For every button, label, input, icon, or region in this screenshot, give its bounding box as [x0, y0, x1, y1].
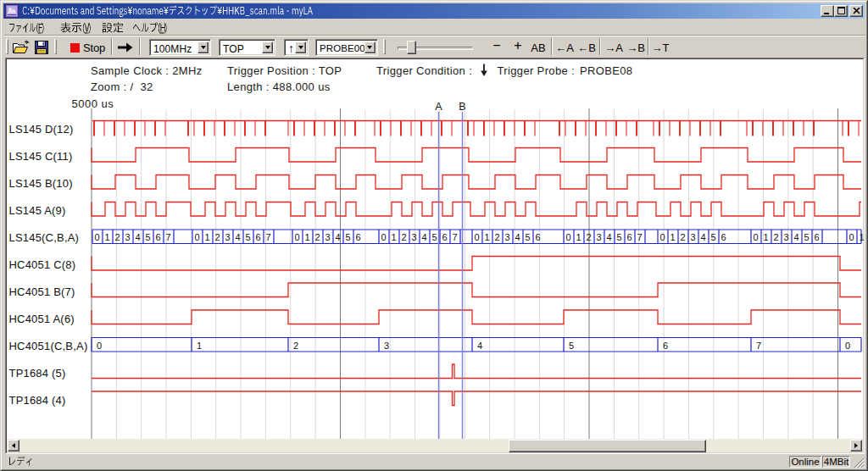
bus-value: 3: [597, 232, 602, 242]
bus-value: 7: [637, 232, 643, 242]
chevron-down-icon: [298, 46, 303, 49]
bus-value: 4: [136, 232, 141, 242]
menu-item-help[interactable]: [132, 23, 167, 35]
toolbar-separator: [139, 38, 141, 55]
status-ready-label: [8, 457, 33, 468]
resize-grip[interactable]: [854, 457, 865, 468]
bus-value: 2: [402, 232, 407, 242]
toolbar-separator: [599, 38, 601, 55]
menu-item-view[interactable]: [60, 23, 91, 35]
bus-value: 0: [97, 341, 102, 351]
bus-value: 4: [336, 232, 341, 242]
bus-value: 4: [422, 232, 427, 242]
bus-value: 0: [475, 232, 480, 242]
bus-value: 0: [754, 232, 759, 242]
goto-a-right-button[interactable]: →A: [604, 41, 624, 54]
waveform-client-area: Sample Clock : 2MHz Zoom : / 32 Trigger …: [5, 58, 865, 454]
bus-value: 6: [536, 232, 541, 242]
menu-item-file[interactable]: [8, 23, 44, 35]
status-bar: Online 4MBit: [4, 455, 865, 469]
window-title: [22, 6, 313, 18]
chevron-down-icon: [265, 46, 270, 49]
probe-combo[interactable]: PROBE00: [315, 39, 378, 56]
bus-value: 7: [453, 232, 458, 242]
bus-value: 2: [315, 232, 320, 242]
bus-value: 5: [526, 232, 531, 242]
bus-value: 6: [156, 232, 161, 242]
bus-value: 7: [756, 341, 761, 351]
scroll-right-button[interactable]: [850, 440, 862, 452]
trigger-edge-combo-dropdown-button[interactable]: [295, 42, 306, 53]
bus-value: 3: [505, 232, 510, 242]
bus-value: 5: [346, 232, 351, 242]
bus-value: 2: [681, 232, 686, 242]
bus-value: 6: [442, 232, 448, 242]
goto-b-left-button[interactable]: ←B: [576, 41, 597, 54]
zoom-slider-thumb[interactable]: [407, 41, 416, 54]
bus-value: 4: [477, 341, 482, 351]
minimize-button[interactable]: [821, 5, 834, 17]
goto-a-left-button[interactable]: ←A: [554, 41, 575, 54]
bus-value: 6: [356, 232, 361, 242]
zoom-in-button[interactable]: +: [510, 39, 526, 53]
bus-value: 4: [701, 232, 706, 242]
menu-item-settings[interactable]: [102, 23, 124, 35]
toolbar-separator: [551, 38, 553, 55]
signal-trace: [92, 257, 861, 271]
stop-button[interactable]: Stop: [67, 38, 108, 56]
clock-combo-dropdown-button[interactable]: [198, 42, 209, 53]
bus-value: 3: [125, 232, 131, 242]
triangle-left-icon: [12, 443, 15, 448]
minimize-icon: [824, 7, 831, 14]
toolbar-band-grip[interactable]: [54, 39, 57, 54]
bus-value: 5: [246, 232, 251, 242]
close-button[interactable]: [849, 5, 863, 17]
save-file-button[interactable]: [35, 41, 49, 55]
trigger-position-combo[interactable]: TOP: [219, 39, 275, 56]
goto-b-right-button[interactable]: →B: [626, 41, 646, 54]
bus-value: 1: [205, 232, 210, 242]
strobe-ticks: [94, 121, 849, 136]
bus-value: 2: [293, 341, 298, 351]
bus-value: 7: [266, 232, 271, 242]
chevron-down-icon: [201, 46, 206, 49]
signal-trace: [92, 148, 861, 163]
waveform-plot[interactable]: 0123456701234567012345601234567012345601…: [7, 59, 865, 439]
goto-trigger-button[interactable]: →T: [650, 41, 670, 54]
toolbar-grip[interactable]: [6, 39, 8, 54]
bus-value: 2: [587, 232, 592, 242]
trigger-position-combo-dropdown-button[interactable]: [262, 42, 273, 53]
clock-combo-value: 100MHz: [153, 43, 192, 55]
bus-value: 2: [774, 232, 779, 242]
signal-trace: [92, 364, 861, 379]
bus-value: 1: [197, 341, 202, 351]
chevron-down-icon: [367, 46, 372, 49]
trigger-edge-combo[interactable]: ↑: [284, 39, 309, 56]
grid-minor-lines: [116, 109, 813, 439]
bus-value: 5: [617, 232, 622, 242]
signal-trace: [92, 391, 861, 406]
toolbar-band-grip[interactable]: [383, 39, 386, 54]
trigger-position-combo-value: TOP: [223, 43, 244, 55]
ab-cursor-button[interactable]: AB: [529, 41, 548, 54]
signal-trace: [92, 283, 861, 297]
zoom-out-button[interactable]: −: [489, 39, 504, 53]
bus-value: 4: [236, 232, 241, 242]
bus-value: 5: [432, 232, 437, 242]
scroll-left-button[interactable]: [8, 440, 19, 452]
probe-combo-dropdown-button[interactable]: [364, 42, 376, 53]
maximize-button[interactable]: [834, 5, 848, 17]
status-online-badge: Online: [789, 456, 821, 468]
run-button[interactable]: [117, 40, 134, 55]
bus-value: 0: [195, 232, 200, 242]
horizontal-scrollbar[interactable]: [7, 439, 863, 452]
open-file-button[interactable]: [12, 40, 31, 55]
bus-value: 6: [663, 341, 668, 351]
signal-trace: [92, 175, 861, 190]
scrollbar-thumb[interactable]: [509, 440, 706, 452]
bus-value: 7: [166, 232, 171, 242]
title-bar[interactable]: [3, 3, 865, 19]
bus-value: 4: [515, 232, 520, 242]
clock-combo[interactable]: 100MHz: [149, 39, 211, 56]
bus-value: 6: [721, 232, 726, 242]
